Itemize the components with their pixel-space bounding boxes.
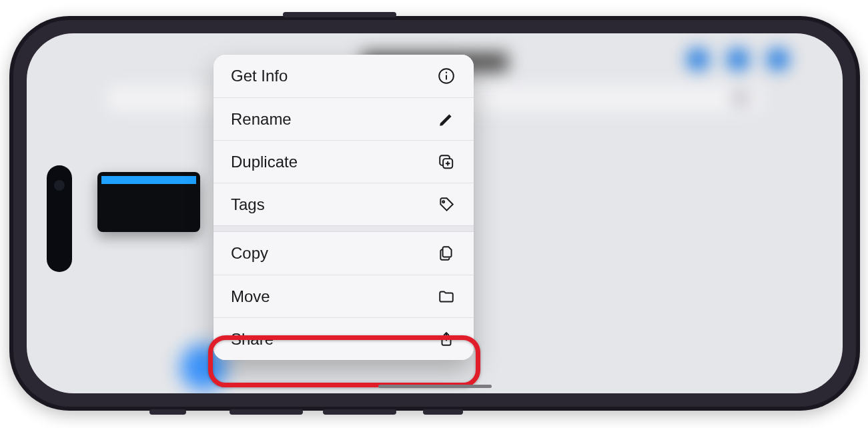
iphone-bezel: Get Info Rename xyxy=(13,20,856,407)
menu-item-label: Share xyxy=(231,330,274,349)
volume-up-hw xyxy=(230,409,303,415)
plus-on-square-icon xyxy=(436,152,456,172)
bg-search-clear xyxy=(732,89,749,107)
tag-icon xyxy=(436,195,456,215)
side-hw xyxy=(423,409,463,415)
context-menu: Get Info Rename xyxy=(213,55,474,360)
share-icon xyxy=(436,329,456,349)
menu-item-share[interactable]: Share xyxy=(213,317,474,360)
bg-navbar-buttons xyxy=(687,48,789,71)
power-button-hw xyxy=(283,12,396,17)
info-icon xyxy=(436,66,456,86)
svg-point-2 xyxy=(446,72,447,73)
iphone-frame: Get Info Rename xyxy=(9,16,860,411)
menu-item-move[interactable]: Move xyxy=(213,275,474,317)
menu-item-label: Duplicate xyxy=(231,153,298,171)
thumbnail-timeline xyxy=(101,176,196,184)
menu-item-label: Move xyxy=(231,287,270,306)
screen: Get Info Rename xyxy=(27,33,843,393)
doc-on-doc-icon xyxy=(436,243,456,263)
volume-down-hw xyxy=(323,409,396,415)
mute-switch-hw xyxy=(149,409,186,415)
menu-separator xyxy=(213,225,474,232)
front-camera xyxy=(54,180,65,191)
svg-point-6 xyxy=(442,201,444,203)
home-indicator[interactable] xyxy=(378,385,492,388)
menu-item-label: Get Info xyxy=(231,67,288,85)
selected-file-thumbnail[interactable] xyxy=(97,172,200,232)
menu-item-rename[interactable]: Rename xyxy=(213,97,474,140)
menu-item-copy[interactable]: Copy xyxy=(213,232,474,275)
dynamic-island xyxy=(47,165,72,272)
pencil-icon xyxy=(436,109,456,129)
menu-item-tags[interactable]: Tags xyxy=(213,183,474,225)
menu-item-get-info[interactable]: Get Info xyxy=(213,55,474,97)
menu-item-label: Copy xyxy=(231,244,268,263)
menu-item-label: Rename xyxy=(231,110,292,129)
folder-icon xyxy=(436,287,456,307)
menu-item-label: Tags xyxy=(231,195,265,214)
menu-item-duplicate[interactable]: Duplicate xyxy=(213,140,474,183)
